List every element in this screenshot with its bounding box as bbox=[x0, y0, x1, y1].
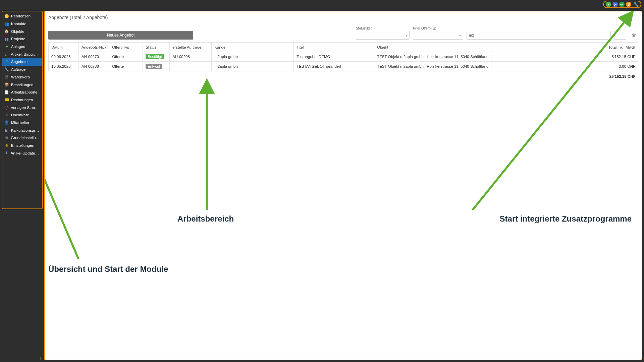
sidebar-item-label: Artikel-Update (C... bbox=[11, 151, 40, 155]
integrated-addons-pill: ✓➤bxS🔧 bbox=[603, 1, 641, 8]
offer-type-filter-select[interactable]: ▾ bbox=[413, 31, 463, 40]
work-area: Angebote (Total 2 Angebote) Neues Angebo… bbox=[44, 11, 642, 360]
bx-icon[interactable]: bx bbox=[619, 2, 625, 7]
sidebar-item-bestellungen[interactable]: 📦Bestellungen bbox=[2, 81, 42, 88]
sidebar-item-mitarbeiter[interactable]: 👤Mitarbeiter bbox=[2, 119, 42, 127]
sidebar-item-grundeinstellungen[interactable]: ⚙Grundeinstellun... bbox=[2, 134, 42, 142]
content-container: Angebote (Total 2 Angebote) Neues Angebo… bbox=[44, 9, 644, 362]
sidebar-item-label: Aufträge bbox=[11, 67, 25, 71]
sidebar-item-label: Artikel, Baugrup... bbox=[11, 52, 40, 56]
bestellungen-icon: 📦 bbox=[4, 82, 9, 87]
col-objekt[interactable]: Objekt bbox=[374, 43, 491, 52]
sidebar-item-label: DocuWare bbox=[11, 113, 29, 117]
vorlagen-icon: ◯ bbox=[4, 105, 9, 110]
svg-line-2 bbox=[45, 157, 78, 259]
s-icon[interactable]: S bbox=[626, 2, 631, 7]
kalkulation-icon: 🖩 bbox=[4, 128, 9, 133]
sidebar-item-artikel[interactable]: ⬚Artikel, Baugrup... bbox=[2, 50, 42, 58]
status-badge: Bestätigt bbox=[146, 54, 164, 59]
annotation-work-label: Arbeitsbereich bbox=[177, 214, 234, 224]
sidebar-item-rechnungen[interactable]: 💳Rechnungen bbox=[2, 96, 42, 104]
sidebar-item-arbeitsrapporte[interactable]: 📄Arbeitsrapporte bbox=[2, 88, 42, 96]
sidebar-item-vorlagen[interactable]: ◯Vorlagen Standa... bbox=[2, 104, 42, 111]
page-title: Angebote (Total 2 Angebote) bbox=[45, 11, 642, 23]
sidebar-item-label: Mitarbeiter bbox=[11, 121, 29, 125]
sidebar-item-artikel-update[interactable]: ⬇Artikel-Update (C... bbox=[2, 149, 42, 157]
auftraege-icon: 🔧 bbox=[4, 67, 9, 72]
sidebar-item-warenkorb[interactable]: 🛒Warenkorb bbox=[2, 73, 42, 81]
col-total[interactable]: Total inkl. MwSt bbox=[491, 43, 638, 52]
col-status[interactable]: Status bbox=[143, 43, 170, 52]
sidebar-item-label: Objekte bbox=[11, 29, 24, 34]
annotation-extras-label: Start integrierte Zusatzprogramme bbox=[500, 214, 632, 224]
objekte-icon: 🏠 bbox=[4, 29, 9, 34]
sidebar-item-kontakte[interactable]: 👥Kontakte bbox=[2, 20, 42, 28]
sidebar-item-projekte[interactable]: ▮▮Projekte bbox=[2, 35, 42, 43]
chevron-down-icon: ▾ bbox=[459, 34, 461, 37]
angebote-icon: ? bbox=[4, 59, 9, 64]
col-datum[interactable]: Datum bbox=[49, 43, 79, 52]
trash-icon: 🗑 bbox=[632, 33, 636, 38]
sidebar-item-pendenzen[interactable]: 🟡Pendenzen bbox=[2, 12, 42, 20]
warenkorb-icon: 🛒 bbox=[4, 75, 9, 79]
sidebar-item-objekte[interactable]: 🏠Objekte bbox=[2, 27, 42, 35]
new-offer-button[interactable]: Neues Angebot bbox=[48, 31, 193, 40]
status-badge: Entwurf bbox=[146, 64, 162, 69]
table-header-row: DatumAngebots-Nr.▾Offert-TypStatuserstel… bbox=[49, 43, 638, 52]
wrench-icon[interactable]: 🔧 bbox=[633, 2, 639, 7]
sidebar-item-angebote[interactable]: ?Angebote bbox=[2, 58, 42, 66]
col-offertTyp[interactable]: Offert-Typ bbox=[109, 43, 143, 52]
sidebar-item-label: Projekte bbox=[11, 37, 25, 41]
arbeitsrapporte-icon: 📄 bbox=[4, 90, 9, 95]
table-row[interactable]: 09.06.2023AN-00270OfferteBestätigtAU-002… bbox=[49, 52, 638, 62]
offer-type-filter-label: Filter Offert-Typ bbox=[413, 26, 463, 30]
sidebar-resize-handle[interactable]: || bbox=[40, 356, 43, 360]
nav-icon[interactable]: ➤ bbox=[612, 2, 618, 7]
offers-table: DatumAngebots-Nr.▾Offert-TypStatuserstel… bbox=[48, 42, 638, 81]
sidebar-item-label: Anlagen bbox=[11, 45, 25, 49]
sort-desc-icon: ▾ bbox=[105, 46, 106, 49]
filter-action-button[interactable] bbox=[614, 31, 626, 40]
docuware-icon: ✎ bbox=[4, 113, 9, 117]
sidebar-item-label: Bestellungen bbox=[11, 83, 34, 87]
status-filter-select[interactable]: ▾ bbox=[356, 31, 410, 40]
check-icon[interactable]: ✓ bbox=[606, 2, 611, 7]
sidebar-item-label: Warenkorb bbox=[11, 75, 30, 79]
sidebar-item-einstellungen[interactable]: ⚙Einstellungen bbox=[2, 142, 42, 149]
sidebar-item-label: Kontakte bbox=[11, 22, 26, 26]
table-total-row: Σ5'152.15 CHF bbox=[49, 71, 638, 81]
sidebar-item-label: Arbeitsrapporte bbox=[11, 90, 38, 94]
sidebar: 🟡Pendenzen👥Kontakte🏠Objekte▮▮Projekte✱An… bbox=[2, 11, 43, 209]
delete-button[interactable]: 🗑 bbox=[630, 31, 638, 40]
search-input[interactable] bbox=[467, 31, 611, 40]
col-kunde[interactable]: Kunde bbox=[212, 43, 294, 52]
artikel-icon: ⬚ bbox=[4, 52, 9, 57]
toolbar: Neues Angebot Statusfilter ▾ Filter Offe… bbox=[45, 23, 642, 42]
mitarbeiter-icon: 👤 bbox=[4, 120, 9, 125]
chevron-down-icon: ▾ bbox=[406, 34, 407, 37]
table-row[interactable]: 10.05.2023AN-00238OfferteEntwurfm2apla g… bbox=[49, 62, 638, 71]
sidebar-item-label: Rechnungen bbox=[11, 98, 33, 102]
grand-total: Σ5'152.15 CHF bbox=[49, 71, 638, 81]
status-filter-label: Statusfilter bbox=[356, 26, 410, 30]
sidebar-item-label: Pendenzen bbox=[11, 14, 31, 18]
sidebar-item-anlagen[interactable]: ✱Anlagen bbox=[2, 43, 42, 51]
sidebar-item-label: Angebote bbox=[11, 60, 28, 64]
anlagen-icon: ✱ bbox=[4, 44, 9, 49]
col-erstellteAuftraege[interactable]: erstellte Aufträge bbox=[170, 43, 212, 52]
col-angebotNr[interactable]: Angebots-Nr.▾ bbox=[79, 43, 109, 52]
sidebar-item-label: Vorlagen Standa... bbox=[11, 106, 40, 110]
artikel-update-icon: ⬇ bbox=[4, 151, 9, 156]
pendenzen-icon: 🟡 bbox=[4, 14, 9, 18]
search-label bbox=[467, 26, 611, 30]
sidebar-item-docuware[interactable]: ✎DocuWare bbox=[2, 111, 42, 119]
sidebar-item-kalkulation[interactable]: 🖩Kalkulationsgru... bbox=[2, 126, 42, 134]
grundeinstellungen-icon: ⚙ bbox=[4, 135, 9, 140]
col-titel[interactable]: Titel bbox=[294, 43, 374, 52]
sidebar-item-auftraege[interactable]: 🔧Aufträge bbox=[2, 66, 42, 73]
projekte-icon: ▮▮ bbox=[4, 37, 9, 41]
sidebar-item-label: Einstellungen bbox=[11, 143, 34, 147]
einstellungen-icon: ⚙ bbox=[4, 143, 9, 148]
rechnungen-icon: 💳 bbox=[4, 98, 9, 102]
kontakte-icon: 👥 bbox=[4, 21, 9, 26]
